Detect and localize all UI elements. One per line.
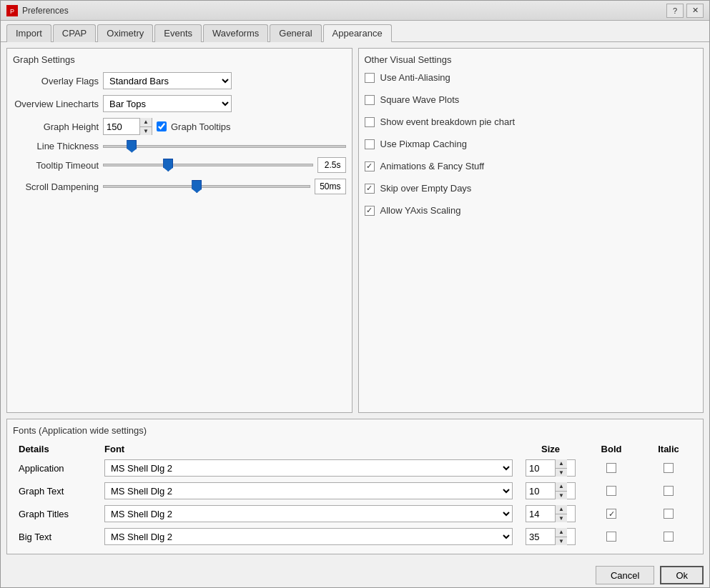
skip-empty-days-checkbox[interactable] (365, 184, 375, 194)
graph-tooltips-checkbox[interactable] (157, 121, 167, 131)
line-thickness-label: Line Thickness (13, 141, 99, 151)
tab-import[interactable]: Import (6, 24, 51, 42)
font-bold-checkbox-1[interactable] (606, 486, 616, 496)
font-italic-checkbox-3[interactable] (664, 532, 674, 542)
overview-linecharts-select[interactable]: Bar Tops Line Charts None (103, 95, 232, 112)
font-size-btns-0: ▲ ▼ (555, 459, 567, 477)
font-size-spinbox-1: ▲ ▼ (526, 482, 576, 499)
graph-height-down[interactable]: ▼ (140, 126, 152, 136)
overlay-flags-row: Overlay Flags Standard Bars Flag Icons N… (13, 72, 346, 89)
font-size-input-0[interactable] (526, 460, 555, 476)
graph-height-up[interactable]: ▲ (140, 118, 152, 126)
font-select-cell-3: MS Shell Dlg 2 (99, 525, 518, 548)
font-italic-cell-3 (640, 525, 697, 548)
col-header-bold: Bold (583, 442, 640, 457)
font-size-cell-3: ▲ ▼ (518, 525, 583, 548)
svg-text:P: P (10, 8, 14, 15)
font-size-spinbox-3: ▲ ▼ (526, 528, 576, 545)
tab-general[interactable]: General (270, 24, 321, 42)
overview-linecharts-label: Overview Linecharts (13, 99, 99, 109)
col-header-size: Size (518, 442, 583, 457)
fonts-row-1: Graph TextMS Shell Dlg 2 ▲ ▼ (13, 479, 697, 502)
font-size-up-0[interactable]: ▲ (556, 459, 567, 468)
overlay-flags-select[interactable]: Standard Bars Flag Icons None (103, 72, 232, 89)
scroll-dampening-label: Scroll Dampening (13, 181, 99, 192)
font-size-up-3[interactable]: ▲ (556, 528, 567, 537)
font-select-1[interactable]: MS Shell Dlg 2 (104, 482, 513, 499)
font-size-up-2[interactable]: ▲ (556, 505, 567, 514)
yaxis-scaling-checkbox[interactable] (365, 206, 375, 216)
animations-checkbox[interactable] (365, 161, 375, 171)
window-title: Preferences (22, 6, 69, 16)
top-section: Graph Settings Overlay Flags Standard Ba… (6, 48, 704, 413)
graph-settings-title: Graph Settings (13, 54, 346, 65)
font-italic-checkbox-2[interactable] (664, 509, 674, 519)
graph-tooltips-label: Graph Tooltips (171, 121, 231, 132)
font-size-up-1[interactable]: ▲ (556, 482, 567, 491)
tooltip-timeout-slider[interactable] (103, 164, 313, 166)
font-bold-checkbox-0[interactable] (606, 463, 616, 473)
fonts-section: Fonts (Application wide settings) Detail… (6, 419, 704, 554)
tab-appearance[interactable]: Appearance (323, 24, 392, 42)
graph-tooltips-checkbox-label[interactable]: Graph Tooltips (157, 121, 231, 132)
font-size-input-3[interactable] (526, 529, 555, 544)
cancel-button[interactable]: Cancel (596, 566, 654, 584)
pixmap-caching-checkbox[interactable] (365, 139, 375, 149)
help-button[interactable]: ? (666, 4, 684, 18)
font-size-down-1[interactable]: ▼ (556, 491, 567, 500)
font-size-cell-1: ▲ ▼ (518, 479, 583, 502)
event-breakdown-label: Show event breakdown pie chart (380, 116, 516, 127)
font-bold-checkbox-2[interactable] (606, 509, 616, 519)
font-bold-cell-3 (583, 525, 640, 548)
anti-aliasing-label: Use Anti-Aliasing (380, 72, 450, 83)
font-details-1: Graph Text (13, 479, 99, 502)
font-size-spinbox-0: ▲ ▼ (526, 459, 576, 477)
font-size-input-2[interactable] (526, 506, 555, 522)
event-breakdown-checkbox[interactable] (365, 117, 375, 127)
font-bold-checkbox-3[interactable] (606, 532, 616, 542)
tab-events[interactable]: Events (154, 24, 202, 42)
scroll-dampening-row: Scroll Dampening 50ms (13, 179, 346, 194)
font-select-0[interactable]: MS Shell Dlg 2 (104, 459, 513, 477)
font-select-3[interactable]: MS Shell Dlg 2 (104, 528, 513, 545)
col-header-details: Details (13, 442, 99, 457)
title-bar-controls: ? ✕ (666, 4, 704, 18)
font-size-cell-0: ▲ ▼ (518, 457, 583, 479)
animations-label: Animations & Fancy Stuff (380, 161, 485, 171)
font-italic-checkbox-1[interactable] (664, 486, 674, 496)
scroll-dampening-slider[interactable] (103, 185, 310, 188)
fonts-row-2: Graph TitlesMS Shell Dlg 2 ▲ ▼ (13, 502, 697, 525)
event-breakdown-row: Show event breakdown pie chart (365, 116, 698, 127)
ok-button[interactable]: Ok (660, 566, 704, 584)
square-wave-checkbox[interactable] (365, 95, 375, 105)
col-header-italic: Italic (640, 442, 697, 457)
graph-height-row: Graph Height ▲ ▼ Graph Tooltips (13, 118, 346, 135)
line-thickness-slider[interactable] (103, 145, 346, 148)
tab-cpap[interactable]: CPAP (53, 24, 96, 42)
col-header-font: Font (99, 442, 518, 457)
close-button[interactable]: ✕ (686, 4, 704, 18)
font-select-2[interactable]: MS Shell Dlg 2 (104, 505, 513, 522)
font-select-cell-1: MS Shell Dlg 2 (99, 479, 518, 502)
font-size-spinbox-2: ▲ ▼ (526, 505, 576, 522)
app-icon: P (6, 5, 18, 16)
action-bar: Cancel Ok (1, 560, 709, 587)
other-visual-panel: Other Visual Settings Use Anti-Aliasing … (358, 48, 704, 413)
overview-linecharts-row: Overview Linecharts Bar Tops Line Charts… (13, 95, 346, 112)
tab-waveforms[interactable]: Waveforms (203, 24, 268, 42)
font-size-down-0[interactable]: ▼ (556, 468, 567, 477)
font-size-input-1[interactable] (526, 483, 555, 499)
font-italic-checkbox-0[interactable] (664, 463, 674, 473)
fonts-table: Details Font Size Bold Italic Applicatio… (13, 442, 697, 548)
font-size-down-2[interactable]: ▼ (556, 514, 567, 523)
font-bold-cell-0 (583, 457, 640, 479)
tab-oximetry[interactable]: Oximetry (97, 24, 153, 42)
font-bold-cell-1 (583, 479, 640, 502)
anti-aliasing-checkbox[interactable] (365, 73, 375, 83)
line-thickness-row: Line Thickness (13, 141, 346, 151)
graph-height-label: Graph Height (13, 121, 99, 132)
font-size-down-3[interactable]: ▼ (556, 537, 567, 546)
preferences-window: P Preferences ? ✕ Import CPAP Oximetry E… (0, 0, 710, 588)
graph-height-input[interactable] (104, 119, 139, 134)
font-italic-cell-2 (640, 502, 697, 525)
